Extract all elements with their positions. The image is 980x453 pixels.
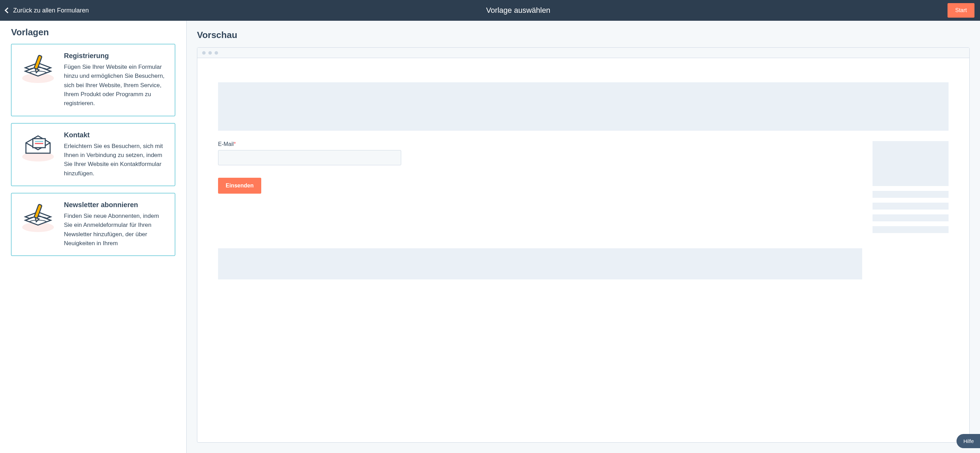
submit-button[interactable]: Einsenden [218, 178, 261, 194]
content-placeholder [873, 191, 948, 198]
back-link-label: Zurück zu allen Formularen [13, 7, 89, 14]
start-button[interactable]: Start [948, 3, 974, 18]
content-placeholder [873, 226, 948, 233]
form-block: E-Mail* Einsenden [218, 141, 862, 238]
template-card-registration[interactable]: Registrierung Fügen Sie Ihrer Website ei… [11, 44, 175, 116]
content-placeholder [218, 82, 948, 131]
template-card-text: Newsletter abonnieren Finden Sie neue Ab… [64, 201, 167, 248]
content-placeholder [873, 203, 948, 209]
content-placeholder [873, 141, 948, 186]
page-title: Vorlage auswählen [486, 6, 550, 15]
template-card-desc: Erleichtern Sie es Besuchern, sich mit I… [64, 142, 167, 178]
required-asterisk: * [234, 141, 235, 147]
content-placeholder [218, 248, 862, 279]
templates-heading: Vorlagen [11, 27, 175, 38]
email-label-text: E-Mail [218, 141, 234, 147]
form-pencil-icon [19, 201, 57, 248]
template-card-title: Newsletter abonnieren [64, 201, 167, 209]
email-field[interactable] [218, 150, 401, 165]
envelope-icon [19, 131, 57, 178]
templates-panel: Vorlagen Registrierung Fügen Sie Ihrer W… [0, 21, 186, 453]
form-pencil-icon [19, 52, 57, 108]
window-dot-icon [215, 51, 218, 55]
top-bar: Zurück zu allen Formularen Vorlage auswä… [0, 0, 980, 21]
content-placeholder [873, 214, 948, 221]
template-card-desc: Finden Sie neue Abonnenten, indem Sie ei… [64, 212, 167, 248]
browser-body[interactable]: E-Mail* Einsenden [197, 58, 969, 442]
template-card-text: Registrierung Fügen Sie Ihrer Website ei… [64, 52, 167, 108]
sidebar-placeholders [873, 141, 948, 238]
window-dot-icon [208, 51, 212, 55]
template-card-text: Kontakt Erleichtern Sie es Besuchern, si… [64, 131, 167, 178]
template-card-title: Registrierung [64, 52, 167, 60]
template-card-newsletter[interactable]: Newsletter abonnieren Finden Sie neue Ab… [11, 193, 175, 256]
window-dot-icon [202, 51, 205, 55]
browser-frame: E-Mail* Einsenden [197, 47, 970, 443]
preview-page: E-Mail* Einsenden [197, 58, 969, 300]
template-card-title: Kontakt [64, 131, 167, 139]
email-field-label: E-Mail* [218, 141, 862, 147]
back-link[interactable]: Zurück zu allen Formularen [6, 7, 89, 14]
browser-chrome [197, 48, 969, 58]
template-card-desc: Fügen Sie Ihrer Website ein Formular hin… [64, 62, 167, 108]
template-card-contact[interactable]: Kontakt Erleichtern Sie es Besuchern, si… [11, 123, 175, 186]
help-button[interactable]: Hilfe [956, 434, 980, 448]
preview-panel: Vorschau E-Mail* Einsenden [186, 21, 980, 453]
main-layout: Vorlagen Registrierung Fügen Sie Ihrer W… [0, 21, 980, 453]
preview-heading: Vorschau [197, 30, 970, 40]
chevron-left-icon [5, 8, 11, 13]
